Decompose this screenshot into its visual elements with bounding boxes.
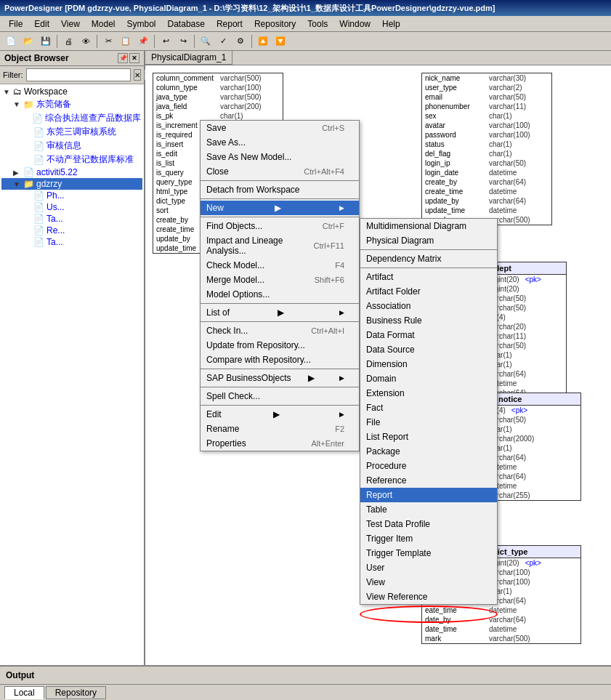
submenu-association[interactable]: Association	[360, 299, 497, 313]
ctx-save[interactable]: Save Ctrl+S	[201, 121, 359, 135]
submenu-dimension[interactable]: Dimension	[360, 357, 497, 371]
new-btn[interactable]: 📄	[3, 33, 19, 49]
pin-btn[interactable]: 📌	[118, 53, 128, 63]
submenu-reference[interactable]: Reference	[360, 473, 497, 488]
submenu-artifact-folder[interactable]: Artifact Folder	[360, 284, 497, 299]
close-panel-btn[interactable]: ✕	[129, 53, 139, 63]
tree-item-3[interactable]: 📄 审核信息	[1, 139, 142, 153]
ctx-compare-repo[interactable]: Compare with Repository...	[201, 353, 359, 367]
submenu-view[interactable]: View	[360, 575, 497, 590]
menu-symbol[interactable]: Symbol	[121, 17, 162, 31]
doc-icon: 📄	[33, 225, 44, 236]
ctx-merge[interactable]: Merge Model... Shift+F6	[201, 273, 359, 287]
submenu-trigger-item[interactable]: Trigger Item	[360, 531, 497, 546]
zoom-in-btn[interactable]: 🔼	[255, 33, 271, 49]
tree-gdzrzy[interactable]: ▼ 📁 gdzrzy	[1, 178, 142, 190]
ctx-save-as[interactable]: Save As...	[201, 135, 359, 150]
tree-ph[interactable]: 📄 Ph...	[1, 190, 142, 201]
submenu-table[interactable]: Table	[360, 502, 497, 517]
submenu-extension[interactable]: Extension	[360, 386, 497, 401]
submenu-data-format[interactable]: Data Format	[360, 328, 497, 342]
tree-workspace[interactable]: ▼ 🗂 Workspace	[1, 86, 142, 97]
submenu-physical[interactable]: Physical Diagram	[360, 233, 497, 248]
open-btn[interactable]: 📂	[20, 33, 36, 49]
col-name: phonenumber	[425, 102, 483, 110]
tab-repository[interactable]: Repository	[46, 686, 106, 699]
submenu-domain[interactable]: Domain	[360, 371, 497, 386]
ctx-model-options[interactable]: Model Options...	[201, 287, 359, 302]
submenu-data-source[interactable]: Data Source	[360, 342, 497, 357]
print-btn[interactable]: 🖨	[60, 33, 76, 49]
col-name: login_date	[425, 169, 483, 177]
ctx-update-repo[interactable]: Update from Repository...	[201, 338, 359, 353]
zoom-out-btn[interactable]: 🔽	[272, 33, 288, 49]
ctx-close[interactable]: Close Ctrl+Alt+F4	[201, 164, 359, 179]
submenu-file[interactable]: File	[360, 415, 497, 430]
redo-btn[interactable]: ↪	[175, 33, 191, 49]
filter-input[interactable]	[26, 68, 131, 81]
find-btn[interactable]: 🔍	[198, 33, 214, 49]
menu-file[interactable]: File	[3, 17, 28, 31]
panel-title: Object Browser	[4, 53, 69, 63]
tree-ta2[interactable]: 📄 Ta...	[1, 236, 142, 248]
title-bar: PowerDesigner [PDM gdzrzy-vue, PhysicalD…	[0, 0, 611, 16]
submenu-dep-matrix[interactable]: Dependency Matrix	[360, 252, 497, 266]
ctx-impact[interactable]: Impact and Lineage Analysis... Ctrl+F11	[201, 233, 359, 258]
canvas-tab[interactable]: PhysicalDiagram_1	[145, 51, 232, 65]
paste-btn[interactable]: 📌	[135, 33, 151, 49]
ctx-save-new[interactable]: Save As New Model...	[201, 150, 359, 164]
filter-clear-btn[interactable]: ✕	[134, 69, 141, 81]
ctx-properties[interactable]: Properties Alt+Enter	[201, 436, 359, 451]
tree-ta1[interactable]: 📄 Ta...	[1, 213, 142, 225]
preview-btn[interactable]: 👁	[78, 33, 94, 49]
tree-dongwan[interactable]: ▼ 📁 东莞储备	[1, 97, 142, 111]
tab-local[interactable]: Local	[4, 686, 44, 699]
undo-btn[interactable]: ↩	[158, 33, 174, 49]
submenu-view-reference[interactable]: View Reference	[360, 590, 497, 604]
tree-item-4[interactable]: 📄 不动产登记数据库标准	[1, 153, 142, 166]
menu-report[interactable]: Report	[211, 17, 248, 31]
tree-us[interactable]: 📄 Us...	[1, 201, 142, 213]
submenu-list-report[interactable]: List Report	[360, 430, 497, 444]
submenu-test-data[interactable]: Test Data Profile	[360, 517, 497, 531]
check-btn[interactable]: ✓	[215, 33, 231, 49]
submenu-fact[interactable]: Fact	[360, 401, 497, 415]
menu-window[interactable]: Window	[333, 17, 376, 31]
ctx-checkin[interactable]: Check In... Ctrl+Alt+I	[201, 323, 359, 338]
menu-tools[interactable]: Tools	[302, 17, 333, 31]
menu-repository[interactable]: Repository	[248, 17, 302, 31]
menu-model[interactable]: Model	[86, 17, 121, 31]
ctx-sap[interactable]: SAP BusinessObjects ▶	[201, 371, 359, 385]
ctx-list-of[interactable]: List of ▶	[201, 305, 359, 320]
menu-edit[interactable]: Edit	[28, 17, 55, 31]
ctx-new[interactable]: New ▶	[201, 201, 359, 215]
copy-btn[interactable]: 📋	[118, 33, 134, 49]
submenu-package[interactable]: Package	[360, 444, 497, 459]
submenu-multidim[interactable]: Multidimensional Diagram	[360, 219, 497, 233]
ctx-find[interactable]: Find Objects... Ctrl+F	[201, 219, 359, 233]
col-name: create_time	[425, 188, 483, 196]
tree-activiti[interactable]: ▶ 📄 activiti5.22	[1, 166, 142, 178]
submenu-user[interactable]: User	[360, 560, 497, 575]
tree-re[interactable]: 📄 Re...	[1, 225, 142, 236]
ctx-detach[interactable]: Detach from Workspace	[201, 182, 359, 197]
submenu-report[interactable]: Report	[360, 488, 497, 502]
submenu-trigger-template[interactable]: Trigger Template	[360, 546, 497, 560]
menu-database[interactable]: Database	[162, 17, 211, 31]
gen-btn[interactable]: ⚙	[232, 33, 248, 49]
doc-icon: 📄	[33, 127, 44, 137]
ctx-rename[interactable]: Rename F2	[201, 422, 359, 436]
ctx-div8	[201, 405, 359, 406]
tree-item-1[interactable]: 📄 综合执法巡查产品数据库	[1, 111, 142, 125]
submenu-procedure[interactable]: Procedure	[360, 459, 497, 473]
ctx-check[interactable]: Check Model... F4	[201, 258, 359, 273]
save-btn[interactable]: 💾	[38, 33, 54, 49]
tree-item-2[interactable]: 📄 东莞三调审核系统	[1, 125, 142, 139]
cut-btn[interactable]: ✂	[100, 33, 116, 49]
ctx-spell[interactable]: Spell Check...	[201, 389, 359, 403]
menu-view[interactable]: View	[55, 17, 86, 31]
submenu-artifact[interactable]: Artifact	[360, 270, 497, 284]
submenu-business-rule[interactable]: Business Rule	[360, 313, 497, 328]
menu-help[interactable]: Help	[376, 17, 406, 31]
ctx-edit[interactable]: Edit ▶	[201, 407, 359, 422]
